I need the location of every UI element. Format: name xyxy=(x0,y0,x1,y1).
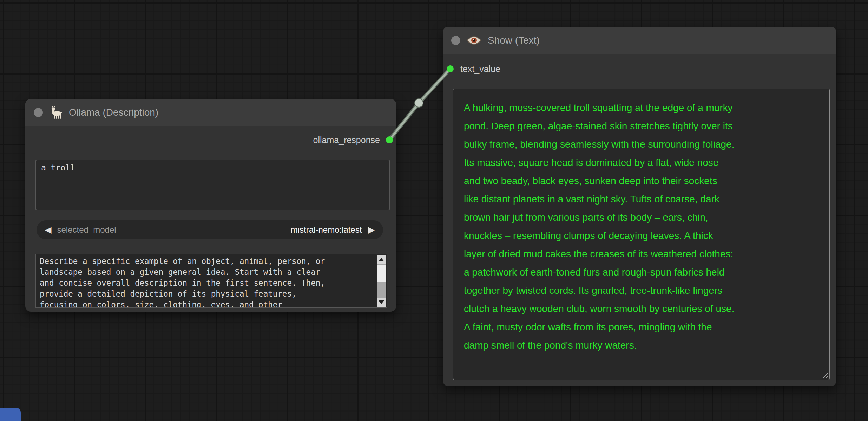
combo-next-arrow-icon[interactable]: ▶ xyxy=(368,226,375,234)
selected-model-combo[interactable]: ◀ selected_model mistral-nemo:latest ▶ xyxy=(37,220,383,239)
scroll-up-icon xyxy=(379,258,384,261)
ollama-description-node[interactable]: Ollama (Description) ollama_response a t… xyxy=(25,99,396,312)
show-text-content: A hulking, moss-covered troll squatting … xyxy=(464,99,819,355)
show-node-header[interactable]: Show (Text) xyxy=(443,27,836,54)
prompt-input[interactable]: a troll xyxy=(35,160,390,210)
resize-handle-icon[interactable] xyxy=(821,371,828,378)
combo-label: selected_model xyxy=(57,225,116,235)
input-slot-label: text_value xyxy=(460,64,500,74)
show-text-display[interactable]: A hulking, moss-covered troll squatting … xyxy=(453,89,830,380)
collapse-dot[interactable] xyxy=(451,36,460,45)
system-prompt-text: Describe a specific example of an object… xyxy=(40,256,374,308)
node-title: Show (Text) xyxy=(488,35,540,46)
scroll-up-button[interactable] xyxy=(377,255,386,264)
collapse-dot[interactable] xyxy=(34,108,43,117)
ollama-response-output-slot[interactable] xyxy=(386,136,393,143)
eye-icon xyxy=(467,35,481,45)
show-text-node[interactable]: Show (Text) text_value A hulking, moss-c… xyxy=(443,27,836,386)
output-slot-label: ollama_response xyxy=(313,135,380,145)
text-value-input-slot[interactable] xyxy=(447,65,454,72)
combo-prev-arrow-icon[interactable]: ◀ xyxy=(45,226,51,234)
partial-blue-node[interactable] xyxy=(0,408,21,421)
llama-icon xyxy=(49,106,63,119)
node-graph-canvas[interactable]: Ollama (Description) ollama_response a t… xyxy=(0,0,868,421)
link-midpoint-dot xyxy=(415,99,423,107)
ollama-node-header[interactable]: Ollama (Description) xyxy=(25,99,396,126)
scrollbar[interactable] xyxy=(377,255,386,307)
scroll-down-button[interactable] xyxy=(377,298,386,307)
node-title: Ollama (Description) xyxy=(69,107,158,118)
scroll-down-icon xyxy=(379,300,384,304)
combo-value: mistral-nemo:latest xyxy=(291,225,362,235)
scroll-thumb[interactable] xyxy=(377,265,386,282)
system-prompt-textarea[interactable]: Describe a specific example of an object… xyxy=(35,254,387,308)
